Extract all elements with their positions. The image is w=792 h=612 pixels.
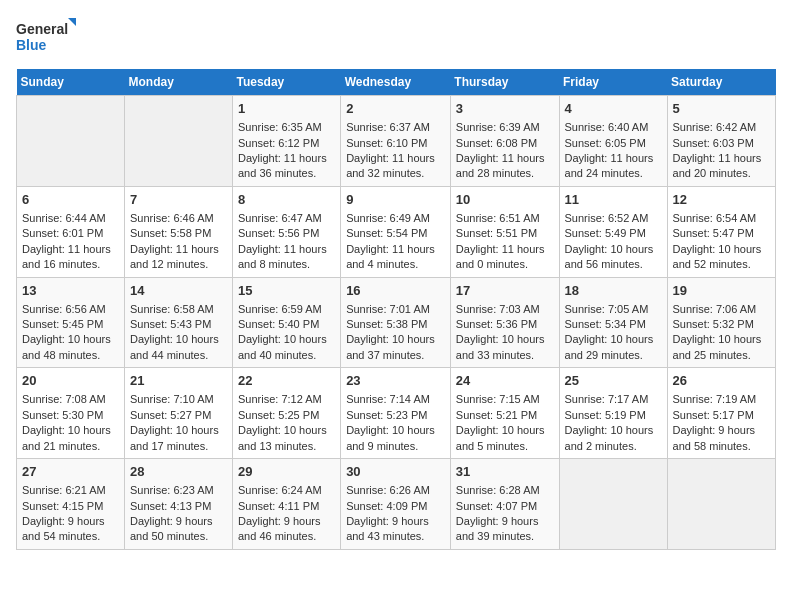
svg-text:General: General: [16, 21, 68, 37]
calendar-cell: [124, 96, 232, 187]
day-number: 4: [565, 100, 662, 118]
calendar-cell: [17, 96, 125, 187]
calendar-table: SundayMondayTuesdayWednesdayThursdayFrid…: [16, 69, 776, 550]
day-number: 10: [456, 191, 554, 209]
week-row-2: 6Sunrise: 6:44 AMSunset: 6:01 PMDaylight…: [17, 186, 776, 277]
day-number: 17: [456, 282, 554, 300]
calendar-cell: 20Sunrise: 7:08 AMSunset: 5:30 PMDayligh…: [17, 368, 125, 459]
calendar-cell: 18Sunrise: 7:05 AMSunset: 5:34 PMDayligh…: [559, 277, 667, 368]
calendar-cell: 19Sunrise: 7:06 AMSunset: 5:32 PMDayligh…: [667, 277, 775, 368]
calendar-cell: 26Sunrise: 7:19 AMSunset: 5:17 PMDayligh…: [667, 368, 775, 459]
day-number: 26: [673, 372, 770, 390]
weekday-header-sunday: Sunday: [17, 69, 125, 96]
calendar-cell: 30Sunrise: 6:26 AMSunset: 4:09 PMDayligh…: [341, 459, 451, 550]
day-number: 12: [673, 191, 770, 209]
week-row-5: 27Sunrise: 6:21 AMSunset: 4:15 PMDayligh…: [17, 459, 776, 550]
week-row-1: 1Sunrise: 6:35 AMSunset: 6:12 PMDaylight…: [17, 96, 776, 187]
calendar-cell: 4Sunrise: 6:40 AMSunset: 6:05 PMDaylight…: [559, 96, 667, 187]
day-number: 3: [456, 100, 554, 118]
day-number: 2: [346, 100, 445, 118]
calendar-cell: 17Sunrise: 7:03 AMSunset: 5:36 PMDayligh…: [450, 277, 559, 368]
day-number: 6: [22, 191, 119, 209]
weekday-header-monday: Monday: [124, 69, 232, 96]
day-number: 29: [238, 463, 335, 481]
day-number: 5: [673, 100, 770, 118]
calendar-cell: 1Sunrise: 6:35 AMSunset: 6:12 PMDaylight…: [232, 96, 340, 187]
logo: General Blue: [16, 16, 76, 61]
day-number: 20: [22, 372, 119, 390]
calendar-cell: 7Sunrise: 6:46 AMSunset: 5:58 PMDaylight…: [124, 186, 232, 277]
page-header: General Blue: [16, 16, 776, 61]
day-number: 24: [456, 372, 554, 390]
calendar-cell: 8Sunrise: 6:47 AMSunset: 5:56 PMDaylight…: [232, 186, 340, 277]
day-number: 15: [238, 282, 335, 300]
day-number: 27: [22, 463, 119, 481]
day-number: 30: [346, 463, 445, 481]
weekday-header-tuesday: Tuesday: [232, 69, 340, 96]
calendar-cell: 27Sunrise: 6:21 AMSunset: 4:15 PMDayligh…: [17, 459, 125, 550]
calendar-cell: 11Sunrise: 6:52 AMSunset: 5:49 PMDayligh…: [559, 186, 667, 277]
day-number: 14: [130, 282, 227, 300]
calendar-cell: 31Sunrise: 6:28 AMSunset: 4:07 PMDayligh…: [450, 459, 559, 550]
day-number: 19: [673, 282, 770, 300]
day-number: 16: [346, 282, 445, 300]
calendar-cell: [559, 459, 667, 550]
calendar-cell: 9Sunrise: 6:49 AMSunset: 5:54 PMDaylight…: [341, 186, 451, 277]
calendar-cell: 6Sunrise: 6:44 AMSunset: 6:01 PMDaylight…: [17, 186, 125, 277]
calendar-cell: 12Sunrise: 6:54 AMSunset: 5:47 PMDayligh…: [667, 186, 775, 277]
calendar-cell: 25Sunrise: 7:17 AMSunset: 5:19 PMDayligh…: [559, 368, 667, 459]
week-row-3: 13Sunrise: 6:56 AMSunset: 5:45 PMDayligh…: [17, 277, 776, 368]
calendar-cell: 23Sunrise: 7:14 AMSunset: 5:23 PMDayligh…: [341, 368, 451, 459]
day-number: 11: [565, 191, 662, 209]
day-number: 28: [130, 463, 227, 481]
day-number: 25: [565, 372, 662, 390]
weekday-header-thursday: Thursday: [450, 69, 559, 96]
svg-marker-2: [68, 18, 76, 26]
svg-text:Blue: Blue: [16, 37, 47, 53]
calendar-cell: 21Sunrise: 7:10 AMSunset: 5:27 PMDayligh…: [124, 368, 232, 459]
calendar-cell: 13Sunrise: 6:56 AMSunset: 5:45 PMDayligh…: [17, 277, 125, 368]
day-number: 21: [130, 372, 227, 390]
calendar-cell: 10Sunrise: 6:51 AMSunset: 5:51 PMDayligh…: [450, 186, 559, 277]
calendar-cell: [667, 459, 775, 550]
day-number: 7: [130, 191, 227, 209]
day-number: 13: [22, 282, 119, 300]
day-number: 22: [238, 372, 335, 390]
weekday-header-wednesday: Wednesday: [341, 69, 451, 96]
logo-svg: General Blue: [16, 16, 76, 61]
calendar-cell: 16Sunrise: 7:01 AMSunset: 5:38 PMDayligh…: [341, 277, 451, 368]
calendar-cell: 2Sunrise: 6:37 AMSunset: 6:10 PMDaylight…: [341, 96, 451, 187]
day-number: 31: [456, 463, 554, 481]
weekday-header-friday: Friday: [559, 69, 667, 96]
calendar-cell: 14Sunrise: 6:58 AMSunset: 5:43 PMDayligh…: [124, 277, 232, 368]
calendar-cell: 24Sunrise: 7:15 AMSunset: 5:21 PMDayligh…: [450, 368, 559, 459]
calendar-cell: 3Sunrise: 6:39 AMSunset: 6:08 PMDaylight…: [450, 96, 559, 187]
day-number: 9: [346, 191, 445, 209]
day-number: 18: [565, 282, 662, 300]
calendar-cell: 5Sunrise: 6:42 AMSunset: 6:03 PMDaylight…: [667, 96, 775, 187]
calendar-cell: 15Sunrise: 6:59 AMSunset: 5:40 PMDayligh…: [232, 277, 340, 368]
weekday-header-row: SundayMondayTuesdayWednesdayThursdayFrid…: [17, 69, 776, 96]
calendar-cell: 29Sunrise: 6:24 AMSunset: 4:11 PMDayligh…: [232, 459, 340, 550]
day-number: 8: [238, 191, 335, 209]
day-number: 1: [238, 100, 335, 118]
calendar-cell: 28Sunrise: 6:23 AMSunset: 4:13 PMDayligh…: [124, 459, 232, 550]
calendar-cell: 22Sunrise: 7:12 AMSunset: 5:25 PMDayligh…: [232, 368, 340, 459]
weekday-header-saturday: Saturday: [667, 69, 775, 96]
week-row-4: 20Sunrise: 7:08 AMSunset: 5:30 PMDayligh…: [17, 368, 776, 459]
day-number: 23: [346, 372, 445, 390]
